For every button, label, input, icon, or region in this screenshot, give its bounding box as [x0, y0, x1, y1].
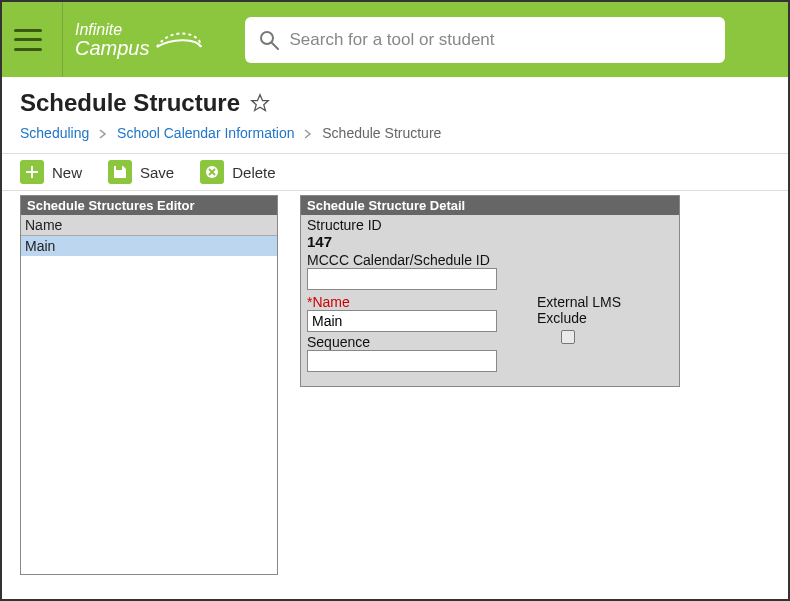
logo-text-bottom: Campus: [75, 38, 149, 58]
structure-id-value: 147: [307, 233, 673, 250]
logo-swoosh-icon: [155, 25, 205, 55]
svg-marker-2: [252, 95, 269, 111]
menu-icon[interactable]: [14, 29, 42, 51]
name-label: *Name: [307, 294, 497, 310]
toolbar: New Save Delete: [2, 153, 788, 191]
breadcrumb-link-school-calendar[interactable]: School Calendar Information: [117, 125, 294, 141]
mccc-id-label: MCCC Calendar/Schedule ID: [307, 252, 673, 268]
logo: Infinite Campus: [75, 22, 205, 58]
workspace: Schedule Structures Editor Name Main Sch…: [2, 191, 788, 593]
structures-list-title: Schedule Structures Editor: [21, 196, 277, 215]
lms-exclude-label: External LMS Exclude: [537, 294, 673, 326]
search-bar[interactable]: [245, 17, 725, 63]
vertical-divider: [62, 2, 63, 77]
svg-point-0: [261, 32, 273, 44]
plus-icon: [20, 160, 44, 184]
structures-list-column-header: Name: [21, 215, 277, 236]
breadcrumb-current: Schedule Structure: [322, 125, 441, 141]
save-button[interactable]: Save: [108, 160, 174, 184]
svg-line-1: [272, 43, 278, 49]
structures-list-panel: Schedule Structures Editor Name Main: [20, 195, 278, 575]
sequence-input[interactable]: [307, 350, 497, 372]
breadcrumb: Scheduling School Calendar Information S…: [2, 121, 788, 153]
new-button[interactable]: New: [20, 160, 82, 184]
page-title: Schedule Structure: [20, 89, 240, 117]
search-icon: [259, 30, 279, 50]
page-header: Schedule Structure: [2, 77, 788, 121]
structure-detail-panel: Schedule Structure Detail Structure ID 1…: [300, 195, 680, 387]
delete-button[interactable]: Delete: [200, 160, 275, 184]
svg-rect-4: [26, 171, 38, 173]
breadcrumb-link-scheduling[interactable]: Scheduling: [20, 125, 89, 141]
search-input[interactable]: [289, 30, 711, 50]
mccc-id-input[interactable]: [307, 268, 497, 290]
sequence-label: Sequence: [307, 334, 497, 350]
save-button-label: Save: [140, 164, 174, 181]
favorite-star-icon[interactable]: [250, 93, 270, 113]
top-bar: Infinite Campus: [2, 2, 788, 77]
name-input[interactable]: [307, 310, 497, 332]
list-item[interactable]: Main: [21, 236, 277, 256]
structure-id-label: Structure ID: [307, 217, 673, 233]
chevron-right-icon: [99, 125, 111, 141]
app-window: Infinite Campus Schedule Structure S: [0, 0, 790, 601]
logo-text-top: Infinite: [75, 22, 149, 38]
lms-exclude-checkbox[interactable]: [561, 330, 575, 344]
structure-detail-title: Schedule Structure Detail: [301, 196, 679, 215]
new-button-label: New: [52, 164, 82, 181]
chevron-right-icon: [304, 125, 316, 141]
delete-icon: [200, 160, 224, 184]
delete-button-label: Delete: [232, 164, 275, 181]
save-icon: [108, 160, 132, 184]
